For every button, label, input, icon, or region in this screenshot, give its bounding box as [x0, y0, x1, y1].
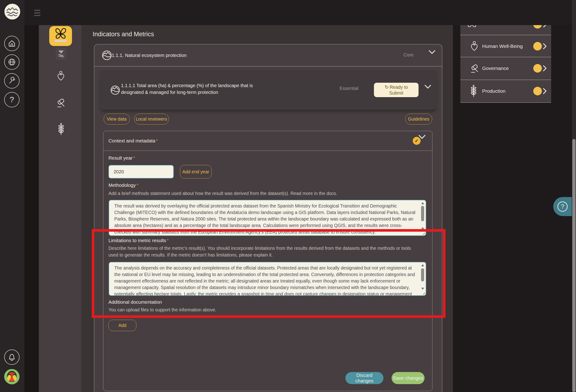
- textarea-scrollbar[interactable]: [420, 263, 425, 295]
- sidebar-item-production[interactable]: Production: [460, 80, 551, 102]
- ecosystem-icon: [110, 85, 120, 96]
- scroll-down-icon[interactable]: [421, 288, 424, 290]
- result-year-label: Result year*: [109, 155, 135, 161]
- limitations-hint: Describe here limitations of the metric'…: [109, 245, 417, 258]
- page-title: Indicators and Metrics: [93, 31, 154, 38]
- indicator-title: 1.1.1. Natural ecosystem protection: [112, 53, 186, 58]
- notifications-button[interactable]: [4, 349, 20, 365]
- governance-icon: [469, 63, 480, 74]
- top-bar: [0, 0, 572, 25]
- tab-restoration-metric[interactable]: [56, 48, 66, 60]
- tools-button[interactable]: [4, 73, 20, 89]
- additional-documentation-hint: You can upload files to support the info…: [109, 306, 417, 313]
- home-icon: [8, 39, 16, 47]
- chevron-right-icon: [543, 65, 547, 71]
- tab-production[interactable]: [57, 123, 65, 136]
- local-reviewers-button[interactable]: Local reviewers: [134, 114, 169, 124]
- question-icon: ?: [10, 95, 14, 104]
- floating-help-button[interactable]: ?: [553, 197, 572, 216]
- active-tab-indicator: [54, 40, 67, 42]
- app-window: Human Well-Being Governance: [0, 0, 576, 392]
- methodology-textarea[interactable]: The result was derived by overlaying the…: [109, 200, 426, 236]
- help-button[interactable]: ?: [4, 92, 20, 107]
- toggle-badge[interactable]: [533, 87, 542, 95]
- scroll-up-icon[interactable]: [421, 202, 424, 204]
- tab-human-well-being[interactable]: [56, 70, 66, 82]
- add-end-year-button[interactable]: Add end year: [180, 165, 212, 179]
- scroll-up-icon[interactable]: [421, 264, 424, 266]
- globe-icon: [8, 58, 16, 66]
- additional-documentation-label: Additional documentation: [109, 299, 162, 305]
- home-button[interactable]: [4, 36, 20, 51]
- scroll-thumb[interactable]: [421, 206, 424, 221]
- question-icon: ?: [557, 202, 568, 212]
- methodology-hint: Add a brief methods statement used about…: [109, 190, 424, 197]
- bell-icon: [8, 353, 16, 361]
- indicator-tag: Core: [403, 52, 413, 58]
- menu-icon[interactable]: [34, 10, 40, 17]
- tab-biodiversity-active[interactable]: [49, 26, 72, 46]
- section-title: Context and metadata*: [109, 138, 158, 144]
- butterfly-icon: [55, 28, 67, 39]
- textarea-scrollbar[interactable]: [420, 201, 425, 235]
- chevron-right-icon: [543, 88, 547, 94]
- sidebar-item-label: Production: [482, 88, 505, 94]
- result-year-input[interactable]: [109, 165, 174, 179]
- sidebar-item-label: Governance: [482, 65, 509, 71]
- rail-gap: [24, 25, 39, 392]
- scroll-thumb[interactable]: [421, 268, 424, 281]
- pending-clock-icon: ↻: [385, 84, 389, 90]
- discard-changes-button[interactable]: Discard changes: [345, 372, 383, 384]
- ecosystem-icon: [102, 50, 112, 61]
- status-button[interactable]: ↻Ready to Submit: [374, 83, 419, 97]
- scrollbar-thumb[interactable]: [572, 139, 576, 392]
- chevron-down-icon[interactable]: [429, 50, 435, 55]
- production-wheat-icon: [469, 85, 478, 97]
- divider: [460, 102, 551, 103]
- metric-title: 1.1.1.1 Total area (ha) & percentage (%)…: [121, 82, 258, 96]
- limitations-textarea[interactable]: The analysis depends on the accuracy and…: [109, 262, 426, 296]
- section-complete-check-icon: ✓: [413, 137, 421, 145]
- plant-hand-icon: [58, 50, 65, 58]
- view-data-button[interactable]: View data: [104, 114, 130, 124]
- tab-governance[interactable]: [55, 97, 66, 109]
- methodology-label: Methodology*: [109, 182, 138, 188]
- guidelines-button[interactable]: Guidelines: [405, 114, 432, 124]
- sidebar-item-governance[interactable]: Governance: [460, 57, 551, 80]
- toggle-badge[interactable]: [533, 64, 542, 73]
- user-avatar[interactable]: [4, 369, 20, 384]
- chevron-down-icon[interactable]: [424, 85, 431, 89]
- toggle-badge[interactable]: [533, 42, 542, 50]
- save-changes-button[interactable]: Save changes: [392, 372, 425, 384]
- page-scrollbar[interactable]: [572, 0, 576, 392]
- metric-tag: Essential: [340, 86, 358, 91]
- limitations-label: Limitations to metric results*: [109, 238, 169, 243]
- mandrill-avatar-image: [4, 369, 20, 384]
- add-file-button[interactable]: Add: [109, 320, 136, 331]
- app-logo[interactable]: [4, 4, 20, 20]
- globe-button[interactable]: [4, 54, 20, 70]
- sidebar-item-human-well-being[interactable]: Human Well-Being: [460, 35, 551, 57]
- governance-icon: [55, 97, 66, 109]
- scroll-down-icon[interactable]: [421, 228, 424, 230]
- human-well-being-icon: [56, 70, 66, 82]
- wrench-icon: [8, 77, 16, 85]
- sidebar-item-label: Human Well-Being: [482, 43, 523, 49]
- chevron-right-icon: [543, 43, 547, 49]
- human-well-being-icon: [469, 41, 479, 52]
- production-wheat-icon: [57, 123, 65, 136]
- categories-sidebar: Human Well-Being Governance: [460, 22, 551, 102]
